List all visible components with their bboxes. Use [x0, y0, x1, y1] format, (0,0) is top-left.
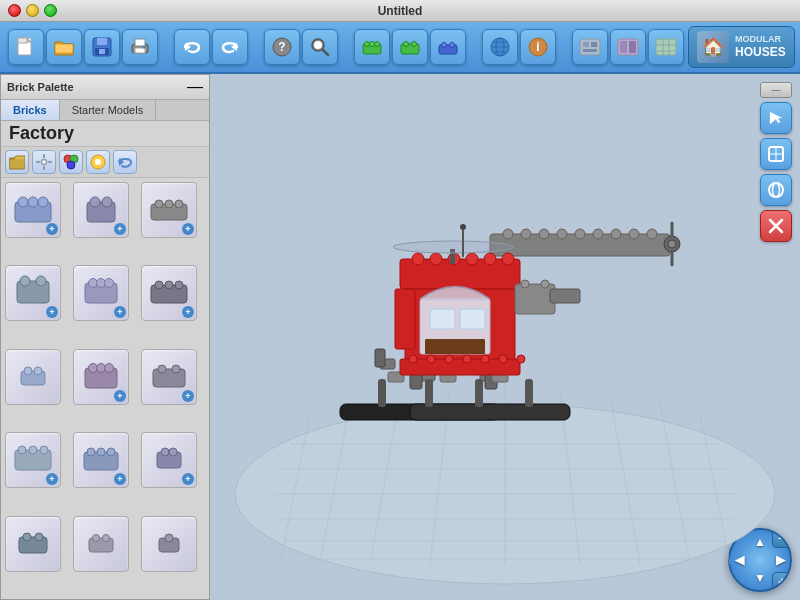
svg-rect-38	[583, 49, 597, 52]
palette-tabs: Bricks Starter Models	[1, 100, 209, 121]
zoom-out-button[interactable]: −	[772, 528, 792, 548]
brick-palette: Brick Palette — Bricks Starter Models Fa…	[0, 74, 210, 600]
compass-left[interactable]: ◀	[735, 553, 744, 567]
svg-rect-89	[153, 369, 185, 387]
add-brick-button[interactable]	[354, 29, 390, 65]
print-button[interactable]	[122, 29, 158, 65]
brick-item[interactable]	[73, 516, 129, 572]
compass-right[interactable]: ▶	[776, 553, 785, 567]
svg-rect-163	[480, 369, 500, 381]
special-button[interactable]	[430, 29, 466, 65]
compass-up[interactable]: ▲	[754, 535, 766, 549]
brick-item[interactable]: +	[73, 265, 129, 321]
map2-button[interactable]	[610, 29, 646, 65]
brick-item[interactable]: +	[141, 349, 197, 405]
svg-rect-52	[36, 161, 40, 163]
globe-button[interactable]	[482, 29, 518, 65]
brick-item[interactable]	[141, 516, 197, 572]
svg-rect-173	[525, 379, 533, 407]
brick-item[interactable]	[5, 516, 61, 572]
rotate-button[interactable]	[392, 29, 428, 65]
svg-point-183	[499, 355, 507, 363]
brick-item[interactable]: +	[5, 182, 61, 238]
svg-point-188	[668, 240, 676, 248]
open-button[interactable]	[46, 29, 82, 65]
svg-rect-1	[18, 38, 27, 43]
svg-rect-100	[157, 452, 181, 468]
svg-line-125	[560, 390, 580, 564]
svg-rect-135	[490, 234, 670, 256]
compass-down[interactable]: ▼	[754, 571, 766, 585]
viewport-minimize-button[interactable]: —	[760, 82, 792, 98]
save-button[interactable]	[84, 29, 120, 65]
help-button[interactable]: ?	[264, 29, 300, 65]
palette-star-button[interactable]	[86, 150, 110, 174]
svg-point-19	[365, 42, 370, 47]
main-area: Brick Palette — Bricks Starter Models Fa…	[0, 74, 800, 600]
undo-button[interactable]	[174, 29, 210, 65]
palette-color-button[interactable]	[59, 150, 83, 174]
redo-button[interactable]	[212, 29, 248, 65]
brick-item[interactable]: +	[141, 265, 197, 321]
svg-point-20	[370, 42, 375, 47]
info-button[interactable]: i	[520, 29, 556, 65]
svg-rect-161	[395, 289, 415, 349]
delete-button[interactable]	[760, 210, 792, 242]
svg-rect-9	[135, 48, 145, 53]
brick-item[interactable]: +	[73, 349, 129, 405]
svg-point-110	[165, 534, 173, 542]
svg-point-16	[314, 41, 322, 49]
modular-icon: 🏠	[697, 31, 729, 63]
svg-point-148	[448, 253, 460, 265]
palette-folder-button[interactable]	[5, 150, 29, 174]
svg-point-88	[105, 363, 114, 372]
tab-bricks[interactable]: Bricks	[1, 100, 60, 120]
traffic-lights	[8, 4, 57, 17]
palette-settings-button[interactable]	[32, 150, 56, 174]
zoom-in-button[interactable]: +	[772, 572, 792, 592]
svg-marker-111	[770, 112, 782, 124]
svg-rect-154	[425, 339, 485, 354]
svg-point-138	[539, 229, 549, 239]
viewport[interactable]: — ▲ ▼ ◀ ▶ + −	[210, 74, 800, 600]
svg-point-65	[90, 197, 100, 207]
svg-rect-174	[388, 372, 404, 382]
palette-refresh-button[interactable]	[113, 150, 137, 174]
svg-line-128	[700, 414, 730, 564]
svg-rect-177	[400, 359, 520, 375]
brick-item[interactable]: +	[73, 432, 129, 488]
svg-point-72	[20, 276, 30, 286]
svg-point-137	[521, 229, 531, 239]
svg-point-115	[769, 183, 783, 197]
brick-item[interactable]: +	[73, 182, 129, 238]
new-button[interactable]	[8, 29, 44, 65]
map3-button[interactable]	[648, 29, 684, 65]
maximize-button[interactable]	[44, 4, 57, 17]
help-tools: ?	[264, 29, 338, 65]
view-button-2[interactable]	[760, 174, 792, 206]
tab-starter-models[interactable]: Starter Models	[60, 100, 157, 120]
svg-point-91	[172, 365, 180, 373]
brick-item[interactable]: +	[141, 432, 197, 488]
brick-item[interactable]: +	[5, 265, 61, 321]
brick-item[interactable]: +	[5, 432, 61, 488]
map1-button[interactable]	[572, 29, 608, 65]
brick-item[interactable]: +	[141, 182, 197, 238]
arrow-tool-button[interactable]	[760, 102, 792, 134]
svg-rect-168	[340, 404, 500, 420]
brick-item[interactable]	[5, 349, 61, 405]
svg-point-63	[38, 197, 48, 207]
modular-sublabel: HOUSES	[735, 45, 786, 59]
svg-point-80	[165, 281, 173, 289]
svg-rect-158	[550, 289, 580, 303]
svg-point-98	[97, 448, 105, 456]
search-button[interactable]	[302, 29, 338, 65]
svg-rect-155	[515, 284, 555, 314]
view-button-1[interactable]	[760, 138, 792, 170]
palette-close-button[interactable]: —	[187, 78, 203, 96]
close-button[interactable]	[8, 4, 21, 17]
svg-rect-159	[450, 249, 455, 264]
minimize-button[interactable]	[26, 4, 39, 17]
navigation-compass[interactable]: ▲ ▼ ◀ ▶ + −	[728, 528, 792, 592]
svg-rect-166	[380, 359, 395, 369]
